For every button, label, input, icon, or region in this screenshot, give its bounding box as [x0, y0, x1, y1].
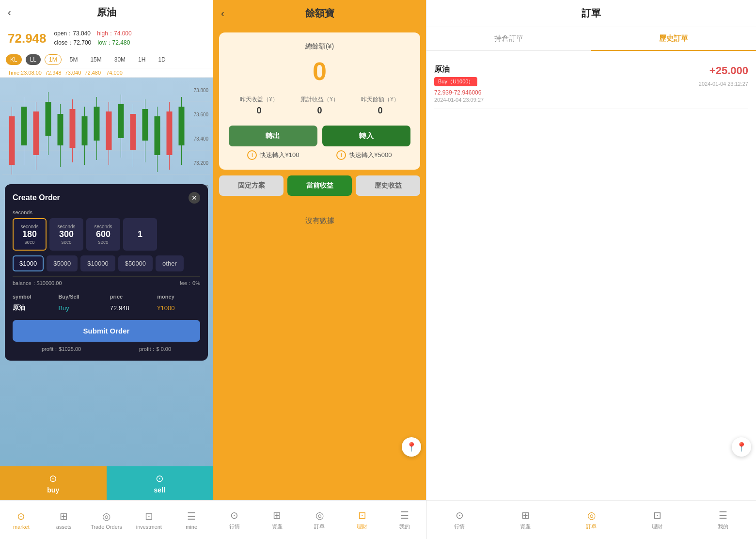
svg-rect-29	[118, 104, 124, 138]
open-value: 73.040	[73, 30, 91, 37]
p3-tab-assets[interactable]: ⊞ 資產	[492, 501, 558, 539]
p3-market-label: 行情	[454, 523, 465, 530]
tab-investment[interactable]: ⊡ investment	[127, 501, 170, 539]
p2-tab-finance[interactable]: ⊡ 理財	[341, 501, 383, 539]
high-value: 74.000	[114, 30, 132, 37]
sell-button[interactable]: ⊙ sell	[107, 466, 213, 500]
seconds-row: seconds 180 seco seconds 300 seco second…	[13, 218, 200, 251]
panel2-float-icon[interactable]: 📍	[402, 437, 421, 457]
open-label: open：	[54, 30, 73, 37]
p3-tab-mine[interactable]: ☰ 我的	[690, 501, 756, 539]
p2-tab-orders[interactable]: ◎ 訂單	[299, 501, 341, 539]
tab-trade-orders[interactable]: ◎ Trade Orders	[85, 501, 128, 539]
tab-market[interactable]: ⊙ market	[0, 501, 43, 539]
order-profit: +25.000	[699, 64, 748, 77]
tf-1d[interactable]: 1D	[154, 54, 170, 65]
panel2-back-icon[interactable]: ‹	[221, 8, 224, 19]
p2-mine-label: 我的	[399, 523, 410, 530]
table-row: 原油 Buy（U1000） 72.939-72.946006 2024-01-0…	[434, 59, 748, 109]
svg-text:73.200: 73.200	[194, 160, 209, 166]
back-icon[interactable]: ‹	[8, 7, 11, 18]
cumulative-profit-value: 0	[300, 106, 339, 116]
seco-1[interactable]: 1	[123, 218, 157, 251]
market-icon: ⊙	[16, 510, 27, 522]
col-buysell: Buy/Sell	[58, 292, 110, 301]
seco-300[interactable]: seconds 300 seco	[49, 218, 83, 251]
open-close-row: open：73.040 high：74.000	[54, 29, 132, 38]
panel2-title: 餘額寶	[305, 7, 334, 20]
tf-1m[interactable]: 1M	[45, 54, 62, 65]
seco-600[interactable]: seconds 600 seco	[86, 218, 120, 251]
price-details: open：73.040 high：74.000 close：72.700 low…	[54, 29, 132, 48]
svg-rect-23	[82, 116, 88, 145]
mine-label: mine	[186, 524, 197, 530]
money-50000[interactable]: $50000	[118, 255, 153, 271]
tf-1h[interactable]: 1H	[134, 54, 150, 65]
panel3-float-icon[interactable]: 📍	[732, 437, 751, 457]
p2-tab-assets[interactable]: ⊞ 資產	[256, 501, 299, 539]
p3-tab-orders[interactable]: ◎ 訂單	[558, 501, 624, 539]
col-price: price	[110, 292, 157, 301]
order-content: 原油 Buy（U1000） 72.939-72.946006 2024-01-0…	[426, 51, 756, 500]
timestamp: Time:23:08:00	[8, 70, 42, 76]
tab-assets[interactable]: ⊞ assets	[43, 501, 85, 539]
main-price: 72.948	[8, 31, 47, 46]
assets-label: assets	[56, 524, 72, 530]
ts-v2: 73.040	[65, 70, 81, 76]
row-money: ¥1000	[157, 301, 200, 314]
tf-5m[interactable]: 5M	[65, 54, 82, 65]
buy-button[interactable]: ⊙ buy	[0, 466, 107, 500]
p2-tab-market[interactable]: ⊙ 行情	[213, 501, 256, 539]
p2-tab-mine[interactable]: ☰ 我的	[383, 501, 426, 539]
p3-orders-label: 訂單	[586, 523, 597, 530]
transfer-in-button[interactable]: 轉入	[322, 126, 411, 146]
svg-text:73.600: 73.600	[194, 112, 209, 117]
order-left: 原油 Buy（U1000） 72.939-72.946006 2024-01-0…	[434, 64, 484, 103]
panel1-header: ‹ 原油	[0, 0, 213, 25]
plan-tab-fixed[interactable]: 固定方案	[219, 175, 284, 196]
plan-tab-history[interactable]: 歷史收益	[356, 175, 420, 196]
no-data-text: 沒有數據	[219, 202, 420, 240]
transfer-out-button[interactable]: 轉出	[229, 126, 317, 146]
tab-positions[interactable]: 持倉訂單	[426, 27, 591, 51]
profit1: profit：$1025.00	[42, 346, 81, 353]
quick-5000[interactable]: i 快速轉入¥5000	[336, 150, 392, 160]
market-label: market	[13, 524, 30, 530]
balance-stats: 昨天收益（¥） 0 累計收益（¥） 0 昨天餘額（¥） 0	[229, 95, 410, 116]
money-row: $1000 $5000 $10000 $50000 other	[13, 255, 200, 271]
modal-close-button[interactable]: ✕	[189, 192, 200, 204]
p3-tab-finance[interactable]: ⊡ 理財	[624, 501, 690, 539]
total-label: 總餘額(¥)	[229, 42, 410, 51]
money-other[interactable]: other	[156, 255, 184, 271]
buy-label: buy	[47, 486, 59, 494]
svg-rect-39	[179, 107, 185, 145]
p3-assets-label: 資產	[520, 523, 531, 530]
tf-kl[interactable]: KL	[6, 54, 22, 65]
money-1000[interactable]: $1000	[13, 255, 44, 271]
tf-30m[interactable]: 30M	[110, 54, 130, 65]
investment-label: investment	[136, 524, 162, 530]
p3-mine-icon: ☰	[719, 509, 727, 521]
quick-100[interactable]: i 快速轉入¥100	[247, 150, 299, 160]
tab-mine[interactable]: ☰ mine	[170, 501, 213, 539]
p3-tab-market[interactable]: ⊙ 行情	[426, 501, 492, 539]
ts-v4: 74.000	[104, 70, 123, 76]
modal-header: Create Order ✕	[13, 192, 200, 204]
p3-finance-icon: ⊡	[653, 509, 662, 521]
svg-rect-13	[21, 107, 27, 145]
p2-orders-label: 訂單	[314, 523, 325, 530]
order-tabs: 持倉訂單 歷史訂單	[426, 27, 756, 51]
tf-15m[interactable]: 15M	[86, 54, 106, 65]
tab-history[interactable]: 歷史訂單	[591, 27, 756, 51]
money-5000[interactable]: $5000	[47, 255, 78, 271]
trade-orders-label: Trade Orders	[91, 524, 122, 530]
money-10000[interactable]: $10000	[80, 255, 115, 271]
balance-fee-row: balance：$10000.00 fee：0%	[13, 276, 200, 287]
p2-finance-label: 理財	[357, 523, 367, 530]
plan-tab-current[interactable]: 當前收益	[287, 175, 352, 196]
tf-ll[interactable]: LL	[26, 54, 41, 65]
chart-area: 73.800 73.600 73.400 73.200 73.000	[0, 78, 213, 466]
seco-180[interactable]: seconds 180 seco	[13, 218, 47, 251]
submit-order-button[interactable]: Submit Order	[13, 320, 200, 342]
yesterday-profit-label: 昨天收益（¥）	[240, 95, 278, 104]
